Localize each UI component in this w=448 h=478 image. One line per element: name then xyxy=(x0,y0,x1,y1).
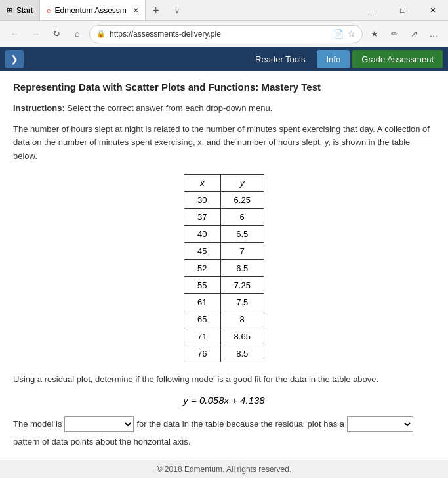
url-text: https://assessments-delivery.ple xyxy=(110,30,329,39)
pattern-dropdown[interactable]: random non-random xyxy=(347,416,413,432)
tab-start[interactable]: ⊞ Start xyxy=(0,0,40,20)
data-table-container: x y 306.25376406.5457526.5557.25617.5658… xyxy=(13,174,435,362)
tab-overflow-button[interactable]: ∨ xyxy=(167,0,188,21)
answer-line: The model is a good fit not a good fit f… xyxy=(13,416,435,449)
cell-y-7: 8 xyxy=(220,311,264,328)
cell-y-0: 6.25 xyxy=(220,191,264,208)
new-tab-button[interactable]: + xyxy=(146,0,167,21)
grade-assessment-button[interactable]: Grade Assessment xyxy=(352,50,443,68)
cell-y-2: 6.5 xyxy=(220,225,264,242)
url-bar[interactable]: 🔒 https://assessments-delivery.ple 📄 ☆ xyxy=(89,25,363,43)
favorites-icon[interactable]: ☆ xyxy=(348,29,356,39)
info-button[interactable]: Info xyxy=(317,50,350,68)
cell-x-3: 45 xyxy=(184,242,220,259)
footer-text: © 2018 Edmentum. All rights reserved. xyxy=(157,465,292,474)
pen-button[interactable]: ✏ xyxy=(385,25,403,43)
table-row: 457 xyxy=(184,242,264,259)
title-bar: ⊞ Start e Edmentum Assessm ✕ + ∨ — □ ✕ xyxy=(0,0,448,21)
col-y-header: y xyxy=(220,174,264,191)
cell-y-6: 7.5 xyxy=(220,293,264,311)
refresh-button[interactable]: ↻ xyxy=(47,25,66,43)
instructions-text: Select the correct answer from each drop… xyxy=(67,103,272,113)
cell-x-9: 76 xyxy=(184,345,220,362)
answer-suffix: pattern of data points about the horizon… xyxy=(13,435,190,449)
model-dropdown[interactable]: a good fit not a good fit xyxy=(64,416,134,432)
lock-icon: 🔒 xyxy=(96,30,106,38)
minimize-button[interactable]: — xyxy=(357,0,388,21)
address-bar: ← → ↻ ⌂ 🔒 https://assessments-delivery.p… xyxy=(0,21,448,47)
table-row: 526.5 xyxy=(184,259,264,276)
tab-start-label: Start xyxy=(16,6,33,15)
table-row: 768.5 xyxy=(184,345,264,362)
more-button[interactable]: … xyxy=(424,25,443,43)
table-row: 718.65 xyxy=(184,328,264,345)
cell-x-5: 55 xyxy=(184,276,220,293)
tab-edmentum[interactable]: e Edmentum Assessm ✕ xyxy=(40,0,146,20)
table-row: 617.5 xyxy=(184,293,264,311)
answer-prefix: The model is xyxy=(13,417,62,431)
maximize-button[interactable]: □ xyxy=(388,0,418,21)
instructions-label: Instructions: xyxy=(13,103,65,113)
content-area: Representing Data with Scatter Plots and… xyxy=(0,71,448,460)
browser-tabs: ⊞ Start e Edmentum Assessm ✕ + ∨ xyxy=(0,0,188,20)
table-row: 306.25 xyxy=(184,191,264,208)
table-row: 557.25 xyxy=(184,276,264,293)
table-row: 658 xyxy=(184,311,264,328)
close-button[interactable]: ✕ xyxy=(418,0,448,21)
edmentum-icon: e xyxy=(47,7,51,14)
reader-tools-button[interactable]: Reader Tools xyxy=(246,50,314,68)
home-button[interactable]: ⌂ xyxy=(68,25,87,43)
cell-x-1: 37 xyxy=(184,208,220,225)
start-icon: ⊞ xyxy=(7,6,12,14)
equation-line: y = 0.058x + 4.138 xyxy=(13,395,435,406)
window-controls: — □ ✕ xyxy=(357,0,448,21)
share-button[interactable]: ↗ xyxy=(405,25,423,43)
app-bar: ❯ Reader Tools Info Grade Assessment xyxy=(0,47,448,71)
cell-y-1: 6 xyxy=(220,208,264,225)
answer-middle: for the data in the table because the re… xyxy=(136,417,344,431)
footer: © 2018 Edmentum. All rights reserved. xyxy=(0,460,448,478)
cell-x-7: 65 xyxy=(184,311,220,328)
cell-x-6: 61 xyxy=(184,293,220,311)
instructions: Instructions: Select the correct answer … xyxy=(13,102,435,115)
col-x-header: x xyxy=(184,174,220,191)
tab-edmentum-label: Edmentum Assessm xyxy=(54,6,126,15)
cell-y-3: 7 xyxy=(220,242,264,259)
cell-x-4: 52 xyxy=(184,259,220,276)
reader-mode-icon[interactable]: 📄 xyxy=(333,29,344,39)
table-row: 376 xyxy=(184,208,264,225)
pinned-sites-button[interactable]: ★ xyxy=(365,25,384,43)
back-button[interactable]: ← xyxy=(5,25,24,43)
cell-y-8: 8.65 xyxy=(220,328,264,345)
cell-y-5: 7.25 xyxy=(220,276,264,293)
content-wrapper: Representing Data with Scatter Plots and… xyxy=(0,71,448,460)
body-text: The number of hours slept at night is re… xyxy=(13,123,435,163)
residual-text: Using a residual plot, determine if the … xyxy=(13,373,435,387)
address-actions: ★ ✏ ↗ … xyxy=(365,25,443,43)
forward-button[interactable]: → xyxy=(26,25,45,43)
cell-x-8: 71 xyxy=(184,328,220,345)
cell-y-9: 8.5 xyxy=(220,345,264,362)
table-row: 406.5 xyxy=(184,225,264,242)
page-title: Representing Data with Scatter Plots and… xyxy=(13,81,435,93)
data-table: x y 306.25376406.5457526.5557.25617.5658… xyxy=(184,174,264,362)
cell-x-0: 30 xyxy=(184,191,220,208)
tab-close-icon[interactable]: ✕ xyxy=(133,7,138,14)
sidebar-toggle-button[interactable]: ❯ xyxy=(5,50,24,68)
cell-x-2: 40 xyxy=(184,225,220,242)
equation: y = 0.058x + 4.138 xyxy=(183,395,264,406)
cell-y-4: 6.5 xyxy=(220,259,264,276)
